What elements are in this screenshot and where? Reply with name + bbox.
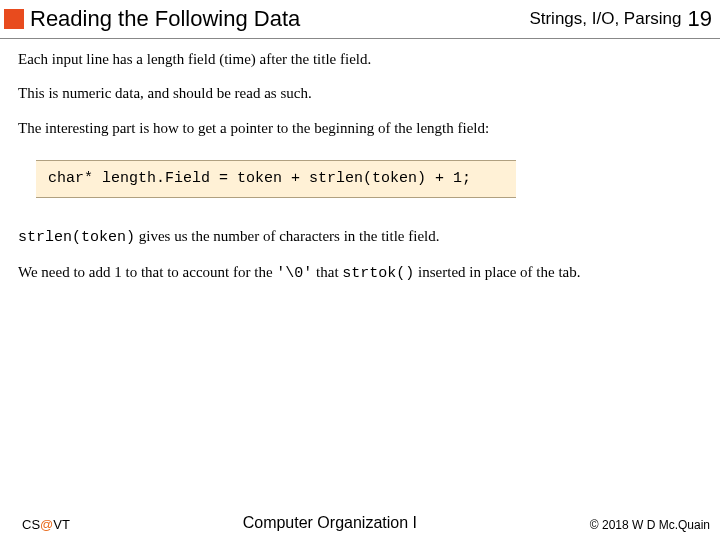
code-inline: strlen(token) bbox=[18, 229, 135, 246]
at-symbol: @ bbox=[40, 517, 53, 532]
text: that bbox=[312, 264, 342, 280]
paragraph: We need to add 1 to that to account for … bbox=[18, 262, 702, 284]
code-inline: strtok() bbox=[342, 265, 414, 282]
text: VT bbox=[53, 517, 70, 532]
text: We need to add 1 to that to account for … bbox=[18, 264, 276, 280]
footer-center: Computer Organization I bbox=[70, 514, 590, 532]
text: gives us the number of characters in the… bbox=[135, 228, 439, 244]
paragraph: strlen(token) gives us the number of cha… bbox=[18, 226, 702, 248]
slide-topic: Strings, I/O, Parsing bbox=[529, 9, 681, 29]
code-block: char* length.Field = token + strlen(toke… bbox=[36, 160, 516, 198]
slide-footer: CS@VT Computer Organization I © 2018 W D… bbox=[0, 514, 720, 532]
bullet-icon bbox=[4, 9, 24, 29]
slide-title: Reading the Following Data bbox=[30, 6, 529, 32]
page-number: 19 bbox=[688, 6, 712, 32]
paragraph: The interesting part is how to get a poi… bbox=[18, 118, 702, 138]
slide-header: Reading the Following Data Strings, I/O,… bbox=[0, 0, 720, 36]
text: CS bbox=[22, 517, 40, 532]
footer-left: CS@VT bbox=[22, 517, 70, 532]
paragraph: Each input line has a length field (time… bbox=[18, 49, 702, 69]
code-inline: '\0' bbox=[276, 265, 312, 282]
slide-content: Each input line has a length field (time… bbox=[0, 39, 720, 285]
paragraph: This is numeric data, and should be read… bbox=[18, 83, 702, 103]
text: inserted in place of the tab. bbox=[414, 264, 580, 280]
footer-copyright: © 2018 W D Mc.Quain bbox=[590, 518, 710, 532]
